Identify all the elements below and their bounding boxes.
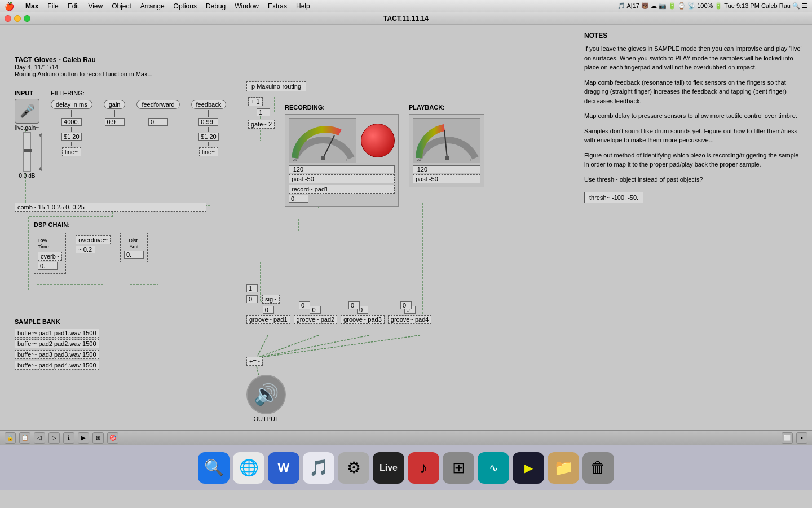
toolbar-copy-icon[interactable]: 📋 [19,432,30,444]
sig-zero-4[interactable]: 0 [400,301,412,309]
menu-file[interactable]: File [43,2,63,10]
sig-object[interactable]: sig~ [262,295,280,304]
delay-line[interactable]: line~ [62,147,81,156]
toolbar-back-icon[interactable]: ◁ [34,432,45,444]
record-button[interactable] [361,124,395,157]
feedback-value[interactable]: 0.99 [198,118,218,126]
svg-point-23 [321,156,325,160]
dock-itunes[interactable]: 🎵 [303,452,334,484]
svg-line-14 [257,335,268,358]
groove-pad2[interactable]: groove~ pad2 [294,315,338,324]
cverb-object[interactable]: cverb~ [38,252,62,261]
menu-window[interactable]: Window [230,2,263,10]
dock-system-prefs[interactable]: ⚙ [338,452,369,484]
delay-value[interactable]: 4000. [61,118,82,126]
record-obj[interactable]: record~ pad1 [289,185,395,194]
close-button[interactable] [5,15,11,22]
past50-play[interactable]: past -50 [413,174,480,183]
delay-param[interactable]: delay in ms [51,100,92,109]
menu-debug[interactable]: Debug [201,2,230,10]
gain-fader[interactable]: ▼ ▲ [23,132,31,172]
buffer-pad3[interactable]: buffer~ pad3 pad3.wav 1500 [15,350,99,359]
dock-music[interactable]: ♪ [408,452,439,484]
menu-help[interactable]: Help [292,2,315,10]
pluseq-object[interactable]: +=~ [246,357,263,366]
menu-max[interactable]: Max [21,2,43,10]
menu-options[interactable]: Options [169,2,201,10]
buffer-pad1[interactable]: buffer~ pad1 pad1.wav 1500 [15,329,99,338]
svg-line-15 [257,335,319,358]
minus120-rec[interactable]: -120 [289,165,395,173]
overdrive-object[interactable]: overdrive~ [76,235,111,244]
dist-amt-label1: Dist. [129,238,139,243]
playback-section: PLAYBACK: -∞ + -120 past -50 [409,104,484,187]
minus120-play[interactable]: -120 [413,165,480,173]
toolbar-info-icon[interactable]: ℹ [63,432,74,444]
buffer-pad4[interactable]: buffer~ pad4 pad4.wav 1500 [15,361,99,370]
dock-word[interactable]: W [268,452,299,484]
zoom-button[interactable] [24,15,30,22]
notes-para-0: If you leave the gloves in SAMPLE mode t… [584,44,803,72]
apple-menu[interactable]: 🍎 [5,2,14,11]
feedback-line[interactable]: line~ [199,147,218,156]
minimize-button[interactable] [14,15,21,22]
menu-object[interactable]: Object [107,2,136,10]
dock-trash[interactable]: 🗑 [582,452,614,484]
toolbar-run-icon[interactable]: ▶ [78,432,89,444]
maxuino-object[interactable]: p Maxuino-routing [246,81,306,91]
sig-zero-3[interactable]: 0 [348,301,360,309]
notes-panel: NOTES If you leave the gloves in SAMPLE … [575,25,812,430]
recording-label: RECORDING: [285,104,399,111]
delay-dollar[interactable]: $1 20 [61,133,82,141]
dock-live[interactable]: Live [373,452,404,484]
thresh-box[interactable]: thresh~ -100. -50. [584,192,643,203]
toolbar-forward-icon[interactable]: ▷ [48,432,60,444]
dock-chrome[interactable]: 🌐 [233,452,264,484]
toolbar-expand-icon[interactable]: ⬜ [782,432,793,444]
menu-edit[interactable]: Edit [63,2,84,10]
one-val-box[interactable]: 1 [246,284,258,292]
zero-val-1[interactable]: 0 [246,295,258,303]
dock-finder[interactable]: 🔍 [198,452,230,484]
gate2-object[interactable]: gate~ 2 [248,120,275,129]
notes-para-2: Map comb delay to pressure sensors to al… [584,111,803,121]
input-section: INPUT 🎤 live.gain~ ▼ ▲ 0.0 dB [15,90,39,179]
recording-section: RECORDING: [285,104,399,207]
number1-box[interactable]: 1 [257,108,270,116]
sig-zero-2[interactable]: 0 [299,301,310,309]
menu-extras[interactable]: Extras [263,2,292,10]
dock-arduino[interactable]: ∿ [478,452,509,484]
zero-obj[interactable]: 0. [289,195,308,203]
groove-pad4[interactable]: groove~ pad4 [388,315,432,324]
dock-finder2[interactable]: 📁 [548,452,579,484]
dock-quicktime[interactable]: ▶ [513,452,544,484]
gain-value[interactable]: 0.9 [105,118,125,126]
dock-grid[interactable]: ⊞ [443,452,474,484]
feedforward-value[interactable]: 0. [148,118,168,126]
past50-rec[interactable]: past -50 [289,174,395,183]
toolbar-grid-icon[interactable]: ⊞ [92,432,104,444]
groove-val-1[interactable]: 0 [310,306,321,314]
feedback-dollar[interactable]: $1 20 [198,133,219,141]
buffer-pad2[interactable]: buffer~ pad2 pad2.wav 1500 [15,339,99,348]
groove-pad1[interactable]: groove~ pad1 [246,315,290,324]
menu-arrange[interactable]: Arrange [136,2,169,10]
comb-object[interactable]: comb~ 15 1 0.25 0. 0.25 [15,203,206,212]
toolbar-collapse-icon[interactable]: ▪ [796,432,807,444]
mic-object[interactable]: 🎤 [15,99,39,124]
groove-val-0[interactable]: 0 [263,306,274,314]
live-gain-label: live.gain~ [15,125,39,131]
feedback-param[interactable]: feedback [191,100,227,109]
speaker-object[interactable]: 🔊 [246,375,286,414]
overdrive-val[interactable]: ~ 0.2 [76,246,95,253]
groove-pad3[interactable]: groove~ pad3 [341,315,385,324]
toolbar-target-icon[interactable]: 🎯 [107,432,118,444]
gain-param[interactable]: gain [104,100,126,109]
plus1-object[interactable]: + 1 [248,97,263,106]
toolbar-lock-icon[interactable]: 🔒 [5,432,16,444]
feedforward-param[interactable]: feedforward [136,100,179,109]
output-section: 🔊 OUTPUT [246,375,286,422]
dist-val[interactable]: 0. [124,251,144,259]
menu-view[interactable]: View [83,2,107,10]
rev-val[interactable]: 0. [38,262,58,270]
